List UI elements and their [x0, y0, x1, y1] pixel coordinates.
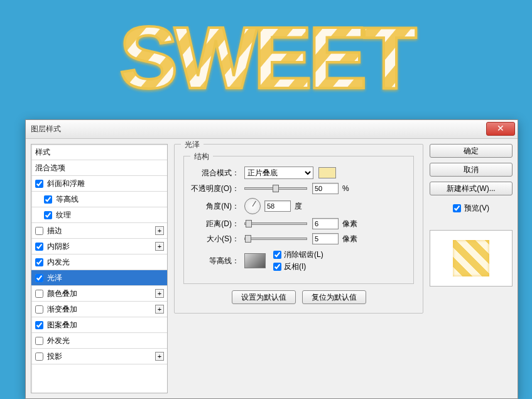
satin-group-title: 光泽 — [181, 139, 204, 150]
structure-group: 结构 混合模式： 正片叠底 不透明度(O)： — [183, 156, 414, 284]
angle-label: 角度(N)： — [190, 201, 244, 212]
distance-label: 距离(D)： — [190, 219, 244, 229]
size-input[interactable] — [312, 233, 339, 244]
style-item-satin[interactable]: 光泽 — [31, 270, 167, 286]
canvas-sweet-text: SWEET — [0, 6, 532, 115]
antialias-checkbox[interactable] — [273, 251, 281, 259]
style-item-stroke[interactable]: 描边 + — [31, 223, 167, 239]
checkbox-contour[interactable] — [44, 195, 52, 204]
ok-button[interactable]: 确定 — [430, 144, 513, 158]
checkbox-gradient-overlay[interactable] — [35, 305, 43, 314]
contour-label: 等高线： — [190, 256, 244, 266]
angle-input[interactable] — [264, 200, 291, 212]
new-style-button[interactable]: 新建样式(W)... — [430, 182, 513, 195]
add-drop-shadow-button[interactable]: + — [155, 352, 164, 361]
antialias-label: 消除锯齿(L) — [284, 249, 323, 260]
angle-dial[interactable] — [244, 198, 261, 214]
add-color-overlay-button[interactable]: + — [155, 289, 164, 298]
style-list-header-blend[interactable]: 混合选项 — [31, 160, 167, 176]
right-pane: 确定 取消 新建样式(W)... 预览(V) — [430, 144, 513, 393]
satin-color-swatch[interactable] — [318, 167, 336, 178]
blend-mode-row: 混合模式： 正片叠底 — [190, 167, 407, 179]
preview-checkbox[interactable] — [453, 204, 461, 212]
layer-style-dialog: 图层样式 ✕ 样式 混合选项 斜面和浮雕 等高线 纹理 — [25, 119, 518, 399]
style-item-texture[interactable]: 纹理 — [31, 207, 167, 223]
dialog-title: 图层样式 — [31, 124, 61, 134]
structure-group-title: 结构 — [190, 151, 213, 162]
close-icon: ✕ — [497, 123, 504, 133]
style-item-contour[interactable]: 等高线 — [31, 192, 167, 207]
cancel-button[interactable]: 取消 — [430, 163, 513, 177]
checkbox-stroke[interactable] — [35, 227, 43, 235]
size-row: 大小(S)： 像素 — [190, 233, 407, 244]
contour-row: 等高线： 消除锯齿(L) 反相(I) — [190, 248, 407, 273]
opacity-row: 不透明度(O)： % — [190, 183, 407, 194]
preview-box — [430, 230, 513, 287]
size-label: 大小(S)： — [190, 234, 244, 244]
angle-unit: 度 — [295, 201, 302, 212]
checkbox-color-overlay[interactable] — [35, 290, 43, 298]
style-item-bevel[interactable]: 斜面和浮雕 — [31, 176, 167, 192]
distance-slider[interactable] — [244, 222, 307, 225]
checkbox-outer-glow[interactable] — [35, 337, 43, 345]
blend-mode-select[interactable]: 正片叠底 — [244, 167, 313, 179]
close-button[interactable]: ✕ — [486, 122, 515, 136]
invert-label: 反相(I) — [284, 261, 306, 272]
style-item-inner-glow[interactable]: 内发光 — [31, 254, 167, 270]
opacity-label: 不透明度(O)： — [190, 183, 244, 194]
checkbox-satin[interactable] — [35, 274, 43, 282]
add-gradient-overlay-button[interactable]: + — [155, 305, 164, 314]
style-item-gradient-overlay[interactable]: 渐变叠加 + — [31, 302, 167, 317]
blend-mode-label: 混合模式： — [190, 168, 244, 178]
checkbox-texture[interactable] — [44, 211, 52, 219]
size-unit: 像素 — [342, 234, 357, 244]
svg-text:SWEET: SWEET — [119, 8, 416, 107]
set-default-button[interactable]: 设置为默认值 — [232, 290, 296, 304]
checkbox-inner-shadow[interactable] — [35, 243, 43, 251]
reset-default-button[interactable]: 复位为默认值 — [302, 290, 366, 304]
opacity-slider[interactable] — [244, 187, 307, 190]
style-list[interactable]: 样式 混合选项 斜面和浮雕 等高线 纹理 描边 + — [31, 144, 168, 393]
invert-checkbox[interactable] — [273, 263, 281, 271]
style-item-pattern-overlay[interactable]: 图案叠加 — [31, 317, 167, 333]
contour-swatch[interactable] — [244, 253, 266, 268]
style-item-outer-glow[interactable]: 外发光 — [31, 333, 167, 349]
dialog-titlebar[interactable]: 图层样式 ✕ — [26, 120, 518, 139]
opacity-input[interactable] — [312, 183, 339, 194]
style-item-color-overlay[interactable]: 颜色叠加 + — [31, 286, 167, 302]
checkbox-inner-glow[interactable] — [35, 258, 43, 266]
opacity-unit: % — [342, 184, 349, 193]
preview-thumbnail — [453, 240, 489, 276]
distance-row: 距离(D)： 像素 — [190, 218, 407, 229]
checkbox-bevel[interactable] — [35, 180, 43, 188]
angle-row: 角度(N)： 度 — [190, 198, 407, 214]
satin-group: 光泽 结构 混合模式： 正片叠底 不透明度(O)： — [174, 144, 423, 314]
checkbox-drop-shadow[interactable] — [35, 353, 43, 361]
style-item-drop-shadow[interactable]: 投影 + — [31, 349, 167, 364]
size-slider[interactable] — [244, 238, 307, 240]
style-item-inner-shadow[interactable]: 内阴影 + — [31, 239, 167, 254]
checkbox-pattern-overlay[interactable] — [35, 321, 43, 329]
distance-input[interactable] — [312, 218, 339, 229]
settings-pane: 光泽 结构 混合模式： 正片叠底 不透明度(O)： — [174, 144, 423, 393]
preview-label: 预览(V) — [464, 203, 489, 214]
add-stroke-button[interactable]: + — [155, 226, 164, 235]
style-list-header-styles[interactable]: 样式 — [31, 145, 167, 160]
add-inner-shadow-button[interactable]: + — [155, 242, 164, 251]
distance-unit: 像素 — [342, 219, 357, 229]
